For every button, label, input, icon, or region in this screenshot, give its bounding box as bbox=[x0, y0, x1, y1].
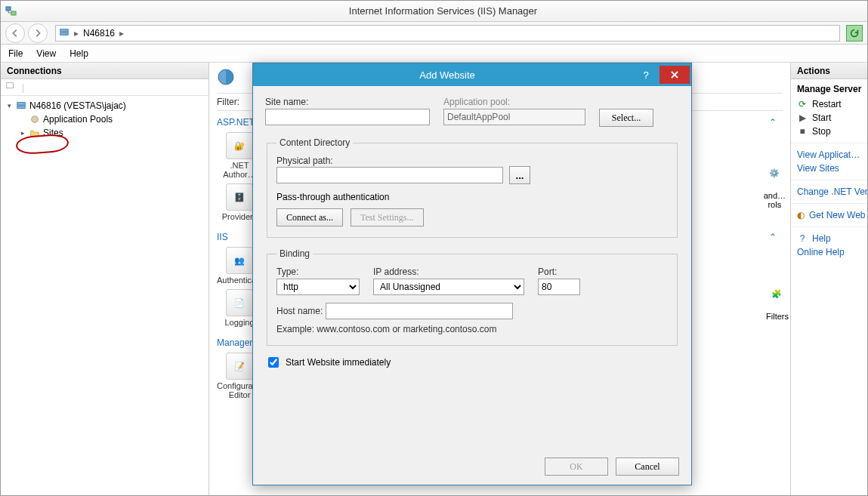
site-name-input[interactable] bbox=[265, 109, 430, 125]
browse-button[interactable]: ... bbox=[509, 166, 530, 184]
host-name-label: Host name: bbox=[276, 306, 323, 316]
add-website-dialog: Add Website ? Site name: Application poo… bbox=[252, 63, 692, 485]
tree-sites-node[interactable]: ▸ Sites bbox=[5, 126, 204, 140]
feature-icon: ⚙️ bbox=[764, 168, 785, 189]
start-immediately-label: Start Website immediately bbox=[286, 357, 391, 368]
nav-forward-button[interactable] bbox=[28, 23, 48, 43]
section-aspnet: ASP.NET bbox=[217, 117, 255, 128]
select-app-pool-button[interactable]: Select... bbox=[599, 109, 653, 127]
tree-server-node[interactable]: ▾ N46816 (VESTAS\jajac) bbox=[5, 99, 204, 112]
svg-point-7 bbox=[32, 116, 39, 123]
content-directory-legend: Content Directory bbox=[276, 137, 353, 148]
passthrough-auth-label: Pass-through authentication bbox=[276, 192, 668, 202]
refresh-button[interactable] bbox=[846, 25, 863, 42]
dialog-help-button[interactable]: ? bbox=[634, 66, 658, 83]
ok-button: OK bbox=[545, 457, 608, 476]
start-immediately-checkbox[interactable] bbox=[268, 357, 279, 368]
type-label: Type: bbox=[276, 266, 360, 277]
expander-icon[interactable]: ▸ bbox=[19, 126, 26, 140]
start-immediately-row[interactable]: Start Website immediately bbox=[265, 355, 679, 370]
connections-header: Connections bbox=[1, 63, 209, 79]
connections-tree: ▾ N46816 (VESTAS\jajac) Application Pool… bbox=[1, 96, 209, 143]
dialog-titlebar[interactable]: Add Website ? bbox=[253, 63, 691, 86]
action-change-net-version[interactable]: Change .NET Version bbox=[797, 185, 861, 199]
actions-manage-server-heading: Manage Server bbox=[797, 84, 861, 94]
feature-icon: 🔐 bbox=[226, 132, 253, 159]
action-stop[interactable]: ■ Stop bbox=[797, 125, 861, 138]
connect-as-button[interactable]: Connect as... bbox=[276, 208, 343, 226]
port-input[interactable] bbox=[538, 279, 580, 295]
binding-legend: Binding bbox=[276, 248, 313, 259]
tree-app-pools-node[interactable]: Application Pools bbox=[5, 112, 204, 126]
action-online-help[interactable]: Online Help bbox=[797, 245, 861, 259]
action-start[interactable]: ▶ Start bbox=[797, 111, 861, 125]
connect-icon[interactable] bbox=[5, 81, 16, 94]
warning-icon: ◐ bbox=[797, 210, 805, 220]
titlebar: Internet Information Services (IIS) Mana… bbox=[1, 1, 867, 22]
host-name-input[interactable] bbox=[326, 303, 513, 319]
action-label: Help bbox=[812, 233, 831, 244]
svg-rect-5 bbox=[17, 103, 26, 106]
action-label: Online Help bbox=[797, 247, 845, 257]
svg-rect-3 bbox=[60, 32, 69, 35]
dialog-body: Site name: Application pool: . Select...… bbox=[253, 86, 691, 485]
feature-label: and… bbox=[764, 191, 786, 200]
svg-rect-4 bbox=[7, 83, 14, 88]
svg-rect-6 bbox=[17, 106, 26, 109]
action-label: View Sites bbox=[797, 163, 839, 174]
physical-path-label: Physical path: bbox=[276, 156, 333, 166]
actions-header: Actions bbox=[791, 63, 867, 79]
nav-back-button[interactable] bbox=[5, 23, 25, 43]
ip-label: IP address: bbox=[373, 266, 524, 277]
action-label: Start bbox=[812, 112, 831, 123]
actions-panel: Actions Manage Server ⟳ Restart ▶ Start … bbox=[790, 63, 867, 496]
breadcrumb-server[interactable]: N46816 bbox=[83, 28, 115, 39]
action-restart[interactable]: ⟳ Restart bbox=[797, 97, 861, 111]
type-select[interactable]: http bbox=[276, 279, 360, 295]
menu-file[interactable]: File bbox=[8, 48, 23, 59]
action-label: Change .NET Version bbox=[797, 186, 867, 197]
connections-panel: Connections | ▾ N46816 (VESTAS\jajac) Ap… bbox=[1, 63, 209, 496]
feature-partial[interactable]: ⚙️ and… rols bbox=[764, 168, 786, 209]
action-view-applications[interactable]: View Applicat… bbox=[797, 148, 861, 162]
breadcrumb-sep-icon: ▸ bbox=[74, 28, 79, 39]
iis-manager-icon bbox=[5, 5, 17, 17]
action-label: Restart bbox=[812, 99, 842, 109]
app-pool-label: Application pool: bbox=[443, 97, 585, 107]
action-label: Stop bbox=[812, 126, 831, 137]
dialog-close-button[interactable] bbox=[659, 66, 690, 84]
menu-view[interactable]: View bbox=[36, 48, 56, 59]
svg-rect-1 bbox=[11, 11, 16, 15]
server-home-icon bbox=[217, 68, 235, 88]
action-view-sites[interactable]: View Sites bbox=[797, 162, 861, 175]
feature-isapi-filters[interactable]: 🧩 Filters bbox=[766, 289, 789, 321]
physical-path-input[interactable] bbox=[276, 167, 503, 183]
section-iis: IIS bbox=[217, 232, 228, 242]
host-name-example: Example: www.contoso.com or marketing.co… bbox=[276, 324, 668, 334]
window-title: Internet Information Services (IIS) Mana… bbox=[23, 5, 863, 17]
svg-rect-0 bbox=[6, 7, 11, 11]
action-get-new-components[interactable]: ◐ Get New Web Components bbox=[797, 208, 861, 222]
feature-label: Filters bbox=[766, 312, 789, 321]
help-icon: ? bbox=[797, 233, 808, 244]
action-label: Get New Web Components bbox=[809, 210, 867, 220]
action-label: View Applicat… bbox=[797, 149, 860, 160]
chevron-up-icon[interactable]: ⌃ bbox=[769, 117, 777, 128]
test-settings-button: Test Settings... bbox=[351, 208, 424, 226]
stop-icon: ■ bbox=[797, 126, 808, 137]
action-help[interactable]: ? Help bbox=[797, 232, 861, 245]
restart-icon: ⟳ bbox=[797, 99, 808, 109]
chevron-up-icon[interactable]: ⌃ bbox=[769, 232, 777, 242]
ip-select[interactable]: All Unassigned bbox=[373, 279, 524, 295]
divider: | bbox=[22, 82, 24, 93]
feature-icon: 🗄️ bbox=[226, 183, 253, 211]
expander-icon[interactable]: ▾ bbox=[5, 99, 13, 112]
filter-label: Filter: bbox=[217, 97, 239, 107]
feature-icon: 📝 bbox=[226, 353, 253, 380]
feature-label: rols bbox=[764, 200, 786, 209]
svg-rect-2 bbox=[60, 29, 69, 32]
site-name-label: Site name: bbox=[265, 97, 430, 107]
cancel-button[interactable]: Cancel bbox=[616, 457, 679, 476]
menu-help[interactable]: Help bbox=[70, 48, 88, 59]
breadcrumb[interactable]: ▸ N46816 ▸ bbox=[55, 25, 840, 42]
